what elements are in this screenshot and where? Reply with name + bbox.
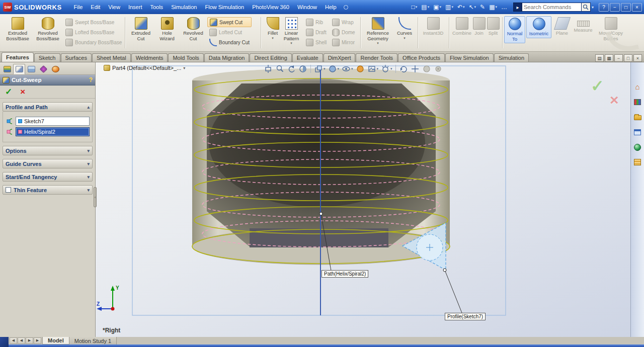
thin-feature-checkbox[interactable]	[6, 187, 11, 193]
tab-direct-editing[interactable]: Direct Editing	[250, 53, 291, 62]
search-button[interactable]	[582, 3, 591, 12]
property-manager-tab[interactable]	[13, 64, 25, 74]
path-selection-box[interactable]: Helix/Spiral2	[16, 127, 90, 136]
flyout-expand-icon[interactable]: ▾	[183, 66, 185, 70]
thin-feature-header[interactable]: Thin Feature ▾	[3, 185, 93, 195]
search-dropdown-icon[interactable]: ▾	[592, 5, 594, 10]
ribbon-swept-cut-button[interactable]: Swept Cut	[207, 17, 252, 27]
zoom-to-area-button[interactable]	[274, 64, 285, 74]
callout-path[interactable]: Path(Helix/Spiral2)	[321, 270, 368, 278]
ribbon-measure-button[interactable]: Measure	[572, 16, 595, 34]
callout-profile[interactable]: Profile(Sketch7)	[445, 313, 486, 320]
tab-flow-simulation[interactable]: Flow Simulation	[445, 53, 494, 62]
ribbon-combine-button[interactable]: Combine	[451, 16, 473, 37]
rotate-view-button[interactable]	[398, 64, 409, 74]
design-library-button[interactable]	[632, 97, 643, 107]
tab-data-migration[interactable]: Data Migration	[204, 53, 250, 62]
menu-insert[interactable]: Insert	[124, 2, 146, 12]
start-end-tangency-header[interactable]: Start/End Tangency ▾	[3, 172, 93, 182]
profile-endpoint[interactable]	[443, 269, 446, 272]
ribbon-instant3d-button[interactable]: Instant3D	[420, 16, 447, 37]
ribbon-rib-button[interactable]: Rib	[304, 17, 329, 27]
doc-minimize-button[interactable]: −	[614, 54, 623, 62]
ribbon-revolved-boss-base-button[interactable]: Revolved Boss/Base	[33, 16, 62, 42]
configuration-manager-tab[interactable]	[25, 64, 37, 74]
save-button[interactable]: ▣▾	[432, 3, 443, 11]
ribbon-wrap-button[interactable]: Wrap	[330, 17, 357, 27]
ribbon-extruded-boss-base-button[interactable]: Extruded Boss/Base	[3, 16, 32, 42]
ribbon-isometric-button[interactable]: Isometric	[526, 16, 551, 38]
print-button[interactable]: ▥▾	[444, 3, 455, 11]
display-style-button[interactable]: ▾	[327, 64, 341, 74]
tab-evaluate[interactable]: Evaluate	[292, 53, 323, 62]
ribbon-plane-button[interactable]: Plane	[552, 16, 572, 37]
doc-cascade-button[interactable]: ▤	[595, 54, 604, 62]
close-button[interactable]: ×	[632, 3, 642, 12]
last-tab-button[interactable]: ▶	[34, 337, 41, 344]
section-view-button[interactable]	[297, 64, 308, 74]
doc-close-button[interactable]: ×	[633, 54, 642, 62]
tab-sheet-metal[interactable]: Sheet Metal	[92, 53, 131, 62]
sketch-button[interactable]: ✎	[478, 3, 487, 11]
tab-simulation[interactable]: Simulation	[494, 53, 529, 62]
panel-splitter-handle[interactable]: ‹	[94, 187, 97, 207]
ribbon-swept-boss-base-button[interactable]: Swept Boss/Base	[63, 17, 124, 27]
tab-model[interactable]: Model	[42, 337, 69, 344]
ribbon-curves-button[interactable]: Curves ▾	[393, 16, 416, 41]
confirmation-ok-button[interactable]: ✓	[591, 76, 604, 96]
doc-tile-button[interactable]: ▦	[605, 54, 613, 62]
apply-scene-button[interactable]: ▾	[366, 64, 380, 74]
menu-view[interactable]: View	[104, 2, 124, 12]
hide-show-items-button[interactable]: ▾	[341, 64, 354, 74]
minimize-button[interactable]: −	[610, 3, 620, 12]
ribbon-extruded-cut-button[interactable]: Extruded Cut	[128, 16, 154, 42]
pm-cancel-button[interactable]: ×	[20, 88, 25, 96]
options-button[interactable]: ▦▾	[488, 3, 499, 11]
ribbon-linear-pattern-button[interactable]: Linear Pattern ▾	[280, 16, 303, 46]
ribbon-draft-button[interactable]: Draft	[304, 27, 329, 37]
ribbon-reference-geometry-button[interactable]: Reference Geometry ▾	[363, 16, 392, 46]
feature-manager-tree-tab[interactable]	[1, 64, 13, 74]
menu-file[interactable]: File	[70, 2, 87, 12]
view-orientation-button[interactable]: ▾	[313, 64, 327, 74]
ribbon-dome-button[interactable]: Dome	[330, 27, 357, 37]
pm-ok-button[interactable]: ✓	[5, 88, 12, 96]
ribbon-revolved-cut-button[interactable]: Revolved Cut	[180, 16, 206, 42]
first-tab-button[interactable]: ◀	[10, 337, 17, 344]
ribbon-split-button[interactable]: Split	[485, 16, 501, 37]
search-input[interactable]	[522, 3, 582, 12]
ribbon-lofted-boss-base-button[interactable]: Lofted Boss/Base	[63, 27, 124, 37]
ribbon-boundary-boss-base-button[interactable]: Boundary Boss/Base	[63, 37, 124, 47]
view-settings-button[interactable]: ▾	[380, 64, 393, 74]
ribbon-shell-button[interactable]: Shell	[304, 37, 329, 47]
custom-properties-button[interactable]	[632, 157, 643, 167]
tab-mold-tools[interactable]: Mold Tools	[168, 53, 203, 62]
flyout-feature-tree[interactable]: Part4 (Default<<Default>_... ▾	[104, 65, 185, 71]
next-tab-button[interactable]: ▶	[26, 337, 33, 344]
menu-flow-simulation[interactable]: Flow Simulation	[201, 2, 248, 12]
menu-photoview-360[interactable]: PhotoView 360	[248, 2, 293, 12]
pin-menu-icon[interactable]	[344, 5, 348, 10]
zoom-to-fit-button[interactable]	[263, 64, 274, 74]
ribbon-normal-to-button[interactable]: Normal To	[504, 16, 525, 43]
help-button[interactable]: ?	[599, 3, 609, 12]
ribbon-lofted-cut-button[interactable]: Lofted Cut	[207, 27, 252, 37]
ribbon-hole-wizard-button[interactable]: Hole Wizard	[155, 16, 179, 42]
menu-tools[interactable]: Tools	[146, 2, 167, 12]
pan-view-button[interactable]	[410, 64, 421, 74]
new-document-button[interactable]: □▾	[410, 3, 419, 11]
ribbon-boundary-cut-button[interactable]: Boundary Cut	[207, 37, 252, 47]
options-header[interactable]: Options ▾	[3, 146, 93, 155]
menu-simulation[interactable]: Simulation	[167, 2, 201, 12]
appearances-scenes-button[interactable]	[632, 142, 643, 152]
view-palette-button[interactable]	[632, 127, 643, 137]
graphics-area[interactable]: Y Z Part4 (Default<<Default>_... ▾ ▾ ▾ ▾…	[96, 62, 630, 337]
menu-window[interactable]: Window	[293, 2, 321, 12]
previous-view-button[interactable]	[286, 64, 297, 74]
ribbon-mirror-button[interactable]: Mirror	[330, 37, 357, 47]
restore-button[interactable]: □	[621, 3, 631, 12]
path-endpoint[interactable]	[319, 212, 323, 215]
menu-edit[interactable]: Edit	[87, 2, 104, 12]
confirmation-cancel-button[interactable]: ×	[610, 92, 619, 109]
tab-features[interactable]: Features	[2, 52, 34, 62]
